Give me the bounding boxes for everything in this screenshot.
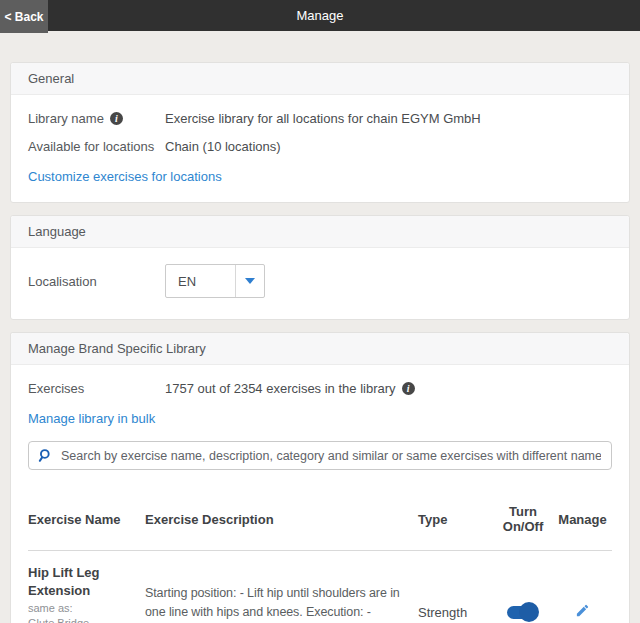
library-name-value: Exercise library for all locations for c… [165, 111, 481, 126]
exercise-alias: Glute Bridge [28, 616, 135, 623]
exercise-table-header: Exercise Name Exercise Description Type … [28, 494, 612, 551]
pencil-icon [575, 603, 590, 618]
language-section: Language Localisation EN [10, 215, 630, 320]
exercise-table: Exercise Name Exercise Description Type … [28, 494, 612, 623]
manage-bulk-link[interactable]: Manage library in bulk [28, 411, 155, 426]
general-section-title: General [11, 63, 629, 95]
col-header-manage: Manage [553, 512, 612, 527]
general-section: General Library name i Exercise library … [10, 62, 630, 203]
localisation-selected-value: EN [166, 265, 235, 297]
exercise-toggle[interactable] [507, 602, 539, 622]
locations-label: Available for locations [28, 139, 154, 154]
exercise-search [28, 441, 612, 470]
col-header-type: Type [418, 512, 493, 527]
search-input[interactable] [28, 441, 612, 470]
localisation-label: Localisation [28, 274, 165, 289]
library-name-label: Library name [28, 111, 104, 126]
chevron-down-icon [245, 278, 255, 284]
locations-row: Available for locations Chain (10 locati… [28, 139, 612, 154]
search-icon [37, 448, 52, 463]
col-header-exercise-description: Exercise Description [145, 512, 418, 527]
col-header-turn-on-off: Turn On/Off [493, 504, 553, 534]
same-as-label: same as: [28, 601, 135, 616]
language-section-title: Language [11, 216, 629, 248]
brand-library-section: Manage Brand Specific Library Exercises … [10, 332, 630, 623]
brand-library-section-title: Manage Brand Specific Library [11, 333, 629, 365]
page-title: Manage [297, 8, 344, 23]
back-button[interactable]: < Back [0, 0, 48, 33]
table-row: Hip Lift Leg Extension same as: Glute Br… [28, 551, 612, 623]
toggle-knob [519, 602, 539, 622]
localisation-dropdown[interactable]: EN [165, 264, 265, 298]
exercises-count-value: 1757 out of 2354 exercises in the librar… [165, 381, 396, 396]
exercise-description: Starting position: - Lift hip until shou… [145, 584, 418, 623]
edit-exercise-button[interactable] [573, 601, 592, 623]
library-name-row: Library name i Exercise library for all … [28, 111, 612, 126]
exercises-label: Exercises [28, 381, 84, 396]
top-bar: < Back Manage [0, 0, 640, 31]
dropdown-caret-button[interactable] [235, 265, 264, 297]
exercises-count-row: Exercises 1757 out of 2354 exercises in … [28, 381, 612, 396]
exercise-name: Hip Lift Leg Extension [28, 564, 135, 599]
customize-exercises-link[interactable]: Customize exercises for locations [28, 169, 222, 184]
col-header-exercise-name: Exercise Name [28, 512, 145, 527]
locations-value: Chain (10 locations) [165, 139, 281, 154]
exercise-type: Strength [418, 605, 493, 620]
info-icon[interactable]: i [110, 112, 123, 125]
info-icon[interactable]: i [402, 382, 415, 395]
